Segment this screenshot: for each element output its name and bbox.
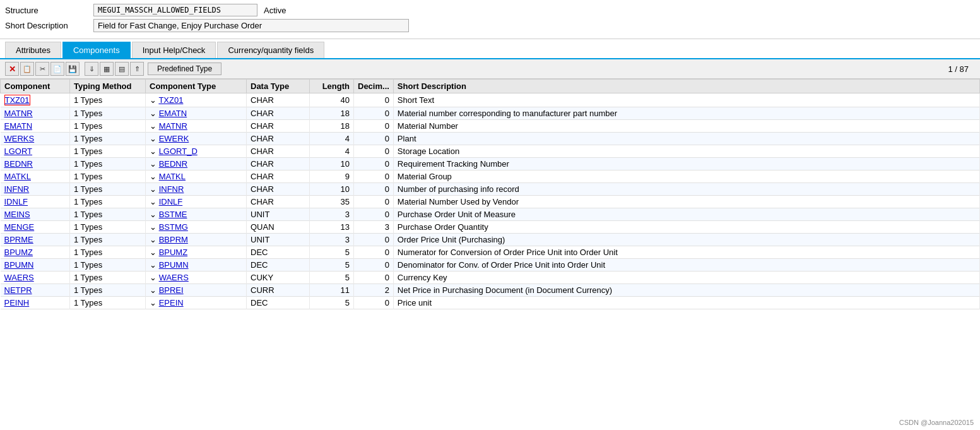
cell-datatype: CUKY — [247, 272, 310, 284]
cell-datatype: DEC — [247, 259, 310, 272]
comptype-link[interactable]: LGORT_D — [159, 146, 198, 156]
component-link[interactable]: NETPR — [4, 285, 32, 295]
comptype-link[interactable]: WAERS — [159, 273, 189, 282]
grid-button[interactable]: ▦ — [100, 62, 114, 76]
cell-decim: 0 — [354, 196, 394, 208]
cell-component: IDNLF — [1, 196, 70, 208]
save-button[interactable]: 💾 — [66, 62, 80, 76]
cut-button[interactable]: ✂ — [35, 62, 49, 76]
cell-datatype: CHAR — [247, 133, 310, 145]
move-down-button[interactable]: ⇓ — [85, 62, 98, 76]
comptype-link[interactable]: INFNR — [159, 184, 184, 194]
table-row: MEINS1 Types⌄ BSTMEUNIT30Purchase Order … — [1, 208, 980, 221]
page-current: 1 — [948, 64, 952, 74]
comptype-link[interactable]: TXZ01 — [158, 95, 183, 105]
cell-decim: 0 — [354, 234, 394, 246]
component-link[interactable]: MENGE — [4, 222, 35, 232]
component-link[interactable]: BPUMZ — [4, 248, 33, 257]
cell-typing: 1 Types — [70, 170, 146, 183]
save-icon: 💾 — [68, 65, 77, 73]
cell-decim: 0 — [354, 158, 394, 170]
cell-component: INFNR — [1, 183, 70, 196]
short-desc-row: Short Description Field for Fast Change,… — [5, 19, 975, 32]
component-link[interactable]: WAERS — [4, 273, 34, 282]
cell-component: MATKL — [1, 170, 70, 183]
cell-datatype: CHAR — [247, 120, 310, 133]
component-link[interactable]: BEDNR — [4, 159, 33, 169]
table-icon: ▤ — [119, 65, 125, 73]
component-link[interactable]: INFNR — [4, 184, 30, 194]
col-header-typing: Typing Method — [70, 80, 146, 93]
comptype-link[interactable]: EPEIN — [159, 298, 184, 308]
component-link[interactable]: PEINH — [4, 298, 30, 308]
comptype-link[interactable]: BPREI — [159, 285, 184, 295]
cell-decim: 0 — [354, 297, 394, 309]
copy-button[interactable]: 📋 — [20, 62, 34, 76]
comptype-link[interactable]: EWERK — [159, 134, 189, 143]
cell-length: 18 — [310, 107, 354, 120]
predefined-type-button[interactable]: Predefined Type — [148, 63, 221, 75]
cell-component: NETPR — [1, 284, 70, 297]
comptype-link[interactable]: BSTMG — [159, 222, 188, 232]
component-link[interactable]: IDNLF — [4, 197, 28, 206]
component-link[interactable]: WERKS — [4, 134, 35, 143]
table-row: MATNR1 Types⌄ EMATNCHAR180Material numbe… — [1, 107, 980, 120]
comptype-link[interactable]: MATKL — [159, 172, 186, 181]
component-link[interactable]: LGORT — [4, 146, 33, 156]
cell-shortdesc: Requirement Tracking Number — [393, 158, 979, 170]
cell-decim: 0 — [354, 145, 394, 158]
component-link[interactable]: MEINS — [4, 210, 30, 219]
component-link[interactable]: EMATN — [4, 121, 33, 131]
col-header-shortdesc: Short Description — [393, 80, 979, 93]
cell-comptype: ⌄ WAERS — [146, 272, 247, 284]
comptype-link[interactable]: BBPRM — [159, 235, 188, 244]
tab-components[interactable]: Components — [62, 42, 131, 58]
comptype-link[interactable]: BSTME — [159, 210, 187, 219]
cell-length: 11 — [310, 284, 354, 297]
component-link[interactable]: BPUMN — [4, 260, 34, 270]
comptype-link[interactable]: MATNR — [159, 121, 187, 131]
cell-shortdesc: Purchase Order Unit of Measure — [393, 208, 979, 221]
cell-typing: 1 Types — [70, 133, 146, 145]
table-row: MATKL1 Types⌄ MATKLCHAR90Material Group — [1, 170, 980, 183]
cell-component: BEDNR — [1, 158, 70, 170]
delete-button[interactable]: ✕ — [5, 62, 19, 76]
cell-shortdesc: Material Number Used by Vendor — [393, 196, 979, 208]
col-header-decim: Decim... — [354, 80, 394, 93]
table-row: EMATN1 Types⌄ MATNRCHAR180Material Numbe… — [1, 120, 980, 133]
up-button[interactable]: ⇑ — [130, 62, 144, 76]
table-row: LGORT1 Types⌄ LGORT_DCHAR40Storage Locat… — [1, 145, 980, 158]
tab-attributes[interactable]: Attributes — [5, 42, 61, 58]
cell-datatype: CURR — [247, 284, 310, 297]
cell-datatype: UNIT — [247, 234, 310, 246]
component-link[interactable]: BPRME — [4, 235, 33, 244]
tab-currency[interactable]: Currency/quantity fields — [217, 42, 324, 58]
table-button[interactable]: ▤ — [115, 62, 129, 76]
col-header-comptype: Component Type — [146, 80, 247, 93]
component-link[interactable]: MATNR — [4, 109, 33, 118]
component-link[interactable]: TXZ01 — [4, 95, 30, 105]
cell-datatype: QUAN — [247, 221, 310, 234]
cell-comptype: ⌄ EWERK — [146, 133, 247, 145]
cell-typing: 1 Types — [70, 272, 146, 284]
structure-label: Structure — [5, 6, 93, 15]
page-sep: / — [955, 64, 959, 74]
table-row: PEINH1 Types⌄ EPEINDEC50Price unit — [1, 297, 980, 309]
paste-button[interactable]: 📄 — [50, 62, 64, 76]
cell-datatype: CHAR — [247, 158, 310, 170]
component-link[interactable]: MATKL — [4, 172, 31, 181]
cell-shortdesc: Denominator for Conv. of Order Price Uni… — [393, 259, 979, 272]
cell-decim: 0 — [354, 120, 394, 133]
tabs-bar: Attributes Components Input Help/Check C… — [0, 42, 980, 59]
cell-length: 18 — [310, 120, 354, 133]
short-desc-label: Short Description — [5, 21, 93, 30]
grid-icon: ▦ — [103, 65, 110, 73]
comptype-link[interactable]: BPUMN — [159, 260, 189, 270]
cell-component: BPRME — [1, 234, 70, 246]
comptype-link[interactable]: BEDNR — [159, 159, 188, 169]
comptype-link[interactable]: IDNLF — [159, 197, 183, 206]
comptype-link[interactable]: BPUMZ — [159, 248, 188, 257]
active-badge: Active — [264, 6, 286, 15]
tab-input-help[interactable]: Input Help/Check — [132, 42, 216, 58]
comptype-link[interactable]: EMATN — [159, 109, 187, 118]
